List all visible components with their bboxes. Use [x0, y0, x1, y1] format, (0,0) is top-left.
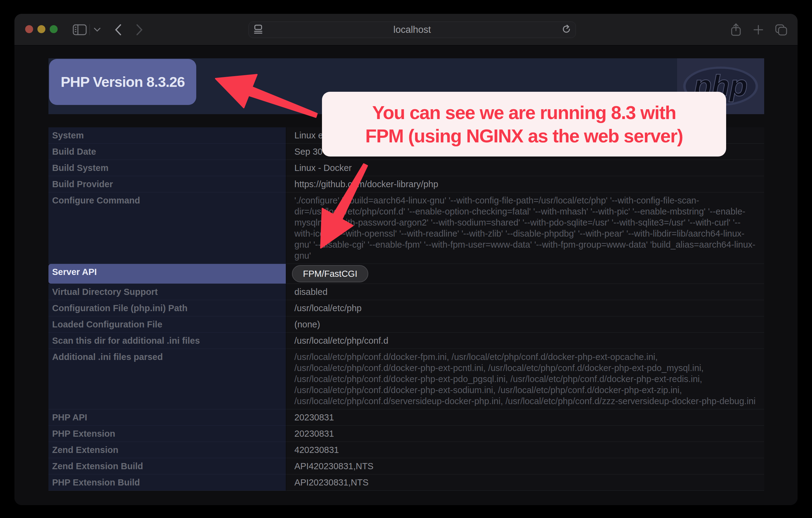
row-value: Linux - Docker — [286, 160, 764, 176]
table-row: Loaded Configuration File (none) — [49, 317, 764, 333]
row-value: API420230831,NTS — [286, 458, 764, 474]
server-api-value-highlight: FPM/FastCGI — [292, 265, 368, 282]
table-row: Scan this dir for additional .ini files … — [49, 333, 764, 349]
row-value: './configure' '--build=aarch64-linux-gnu… — [286, 192, 764, 264]
table-row: Server API FPM/FastCGI — [49, 264, 764, 284]
row-value: 420230831 — [286, 442, 764, 458]
row-label: PHP Extension — [49, 426, 286, 442]
row-value: 20230831 — [286, 426, 764, 442]
annotation-callout: You can see we are running 8.3 with FPM … — [322, 92, 726, 157]
new-tab-button[interactable] — [752, 14, 765, 46]
row-value: /usr/local/etc/php/conf.d/docker-fpm.ini… — [286, 349, 764, 409]
row-label: PHP API — [49, 409, 286, 426]
table-row: PHP Extension 20230831 — [49, 426, 764, 442]
row-label: Build Provider — [49, 176, 286, 192]
forward-button[interactable] — [134, 14, 146, 46]
table-row: Build Provider https://github.com/docker… — [49, 176, 764, 192]
phpinfo-table: System Linux e Build Date Sep 30 Build S… — [49, 127, 764, 491]
callout-line1: You can see we are running 8.3 with — [372, 101, 676, 124]
row-value: (none) — [286, 317, 764, 333]
callout-line2: FPM (using NGINX as the web server) — [365, 124, 683, 147]
close-button[interactable] — [25, 25, 33, 33]
tabs-icon — [775, 24, 787, 35]
row-label: Zend Extension — [49, 442, 286, 458]
row-label: Virtual Directory Support — [49, 284, 286, 300]
row-label: Additional .ini files parsed — [49, 349, 286, 409]
browser-toolbar: localhost — [14, 14, 798, 46]
row-label: Configuration File (php.ini) Path — [49, 300, 286, 317]
row-value: disabled — [286, 284, 764, 300]
safari-window: localhost — [14, 14, 798, 505]
php-version-title: PHP Version 8.3.26 — [49, 59, 196, 105]
minimize-button[interactable] — [37, 25, 46, 33]
row-label: Server API — [49, 264, 286, 284]
zoom-button[interactable] — [50, 25, 58, 33]
address-bar[interactable]: localhost — [249, 22, 576, 38]
row-value: API20230831,NTS — [286, 474, 764, 491]
table-row: Virtual Directory Support disabled — [49, 284, 764, 300]
table-row: Configuration File (php.ini) Path /usr/l… — [49, 300, 764, 317]
share-button[interactable] — [729, 14, 743, 46]
table-row: Additional .ini files parsed /usr/local/… — [49, 349, 764, 409]
reader-icon[interactable] — [254, 24, 263, 35]
row-value: FPM/FastCGI — [286, 264, 764, 284]
row-label: PHP Extension Build — [49, 474, 286, 491]
share-icon — [731, 23, 741, 36]
sidebar-menu-button[interactable] — [92, 14, 103, 46]
table-row: Zend Extension 420230831 — [49, 442, 764, 458]
sidebar-icon — [73, 24, 87, 35]
table-row: Zend Extension Build API420230831,NTS — [49, 458, 764, 474]
row-label: Build Date — [49, 144, 286, 160]
row-label: System — [49, 127, 286, 144]
row-value: https://github.com/docker-library/php — [286, 176, 764, 192]
chevron-left-icon — [115, 24, 121, 35]
chevron-down-icon — [94, 28, 100, 32]
back-button[interactable] — [112, 14, 124, 46]
sidebar-toggle-button[interactable] — [70, 14, 89, 46]
plus-icon — [753, 25, 763, 35]
row-value: /usr/local/etc/php/conf.d — [286, 333, 764, 349]
row-label: Scan this dir for additional .ini files — [49, 333, 286, 349]
table-row: PHP Extension Build API20230831,NTS — [49, 474, 764, 491]
table-row: Build System Linux - Docker — [49, 160, 764, 176]
table-row: Configure Command './configure' '--build… — [49, 192, 764, 264]
row-label: Loaded Configuration File — [49, 317, 286, 333]
row-value: 20230831 — [286, 409, 764, 426]
chevron-right-icon — [136, 24, 143, 35]
row-label: Build System — [49, 160, 286, 176]
reload-icon[interactable] — [562, 25, 571, 35]
tab-overview-button[interactable] — [774, 14, 788, 46]
table-row: PHP API 20230831 — [49, 409, 764, 426]
row-value: /usr/local/etc/php — [286, 300, 764, 317]
row-label: Zend Extension Build — [49, 458, 286, 474]
row-label: Configure Command — [49, 192, 286, 264]
url-text: localhost — [249, 24, 576, 35]
screenshot-stage: localhost — [0, 0, 812, 518]
